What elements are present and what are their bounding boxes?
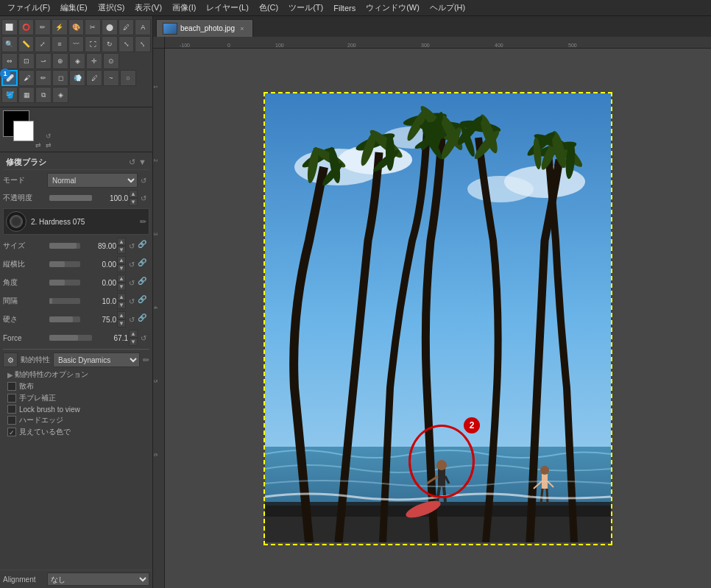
color-visible-checkbox[interactable]	[7, 428, 16, 436]
tool-unified-transform[interactable]: ⤻	[35, 53, 52, 69]
opacity-spinners[interactable]: ▲ ▼	[129, 190, 138, 206]
brush-edit-icon[interactable]: ✏	[140, 217, 146, 227]
panel-reset-icon[interactable]: ↺	[129, 157, 135, 167]
dynamics-edit-icon[interactable]: ✏	[143, 355, 149, 365]
tool-free-select[interactable]: ✏	[35, 19, 51, 35]
tool-perspective[interactable]: ⊡	[18, 53, 35, 69]
tool-scissors[interactable]: ✂	[85, 19, 101, 35]
tool-transform[interactable]: ⤢	[35, 36, 51, 52]
canvas-image[interactable]: 2	[263, 92, 612, 545]
tool-airbrush[interactable]: 💨	[69, 70, 85, 86]
tool-scale[interactable]: ⤡	[118, 36, 135, 52]
spacing-reset-icon[interactable]: ↺	[126, 295, 138, 307]
opacity-down[interactable]: ▼	[129, 198, 138, 206]
hardness-up[interactable]: ▲	[117, 311, 126, 319]
spacing-down[interactable]: ▼	[117, 301, 126, 309]
lock-checkbox[interactable]	[7, 405, 16, 414]
size-up[interactable]: ▲	[117, 238, 126, 246]
panel-menu-icon[interactable]: ▼	[138, 157, 146, 167]
tool-rect-select[interactable]: ⬜	[1, 19, 18, 35]
angle-reset-icon[interactable]: ↺	[126, 277, 138, 288]
tool-align[interactable]: ≡	[52, 36, 68, 52]
tool-fuzzy-select[interactable]: ⚡	[52, 19, 68, 35]
color-swatches[interactable]: ⇄	[3, 110, 41, 149]
menu-view[interactable]: 表示(V)	[130, 1, 166, 15]
aspect-down[interactable]: ▼	[117, 264, 126, 272]
menu-help[interactable]: ヘルプ(H)	[425, 1, 470, 15]
tool-foreground-select[interactable]: ⬤	[102, 19, 118, 35]
aspect-up[interactable]: ▲	[117, 256, 126, 264]
tool-dodge[interactable]: ○	[120, 70, 136, 86]
image-tab[interactable]: beach_photo.jpg ×	[156, 19, 253, 37]
tool-handle-transform[interactable]: ⊕	[52, 53, 68, 69]
tool-crop[interactable]: ⛶	[85, 36, 101, 52]
dynamics-expand-icon[interactable]: ▶	[7, 371, 13, 379]
opacity-up[interactable]: ▲	[129, 190, 138, 198]
tool-ellipse-select[interactable]: ⭕	[18, 19, 35, 35]
aspect-spinners[interactable]: ▲ ▼	[117, 256, 126, 272]
force-slider[interactable]	[49, 335, 92, 341]
menu-layer[interactable]: レイヤー(L)	[202, 1, 252, 15]
tool-eraser[interactable]: ◻	[52, 70, 68, 86]
opacity-slider[interactable]	[49, 195, 92, 201]
background-color[interactable]	[13, 121, 34, 141]
aspect-slider[interactable]	[49, 261, 80, 267]
hardness-reset-icon[interactable]: ↺	[126, 314, 138, 325]
size-spinners[interactable]: ▲ ▼	[117, 238, 126, 254]
reset-colors-icon[interactable]: ↺	[46, 132, 52, 140]
force-up[interactable]: ▲	[129, 330, 138, 338]
size-down[interactable]: ▼	[117, 246, 126, 254]
tool-heal[interactable]: 1 🩹	[1, 70, 18, 86]
tool-move[interactable]: ✛	[86, 53, 102, 69]
opacity-reset-icon[interactable]: ↺	[138, 192, 149, 204]
force-down[interactable]: ▼	[129, 338, 138, 346]
spacing-up[interactable]: ▲	[117, 293, 126, 301]
tool-paint[interactable]: 🖌	[18, 70, 35, 86]
tool-pencil[interactable]: ✏	[35, 70, 52, 86]
mode-select[interactable]: Normal	[47, 173, 138, 188]
alignment-select[interactable]: なし	[47, 573, 149, 586]
tool-measure[interactable]: 📏	[18, 36, 35, 52]
menu-tools[interactable]: ツール(T)	[284, 1, 328, 15]
spacing-slider[interactable]	[49, 298, 80, 304]
tool-text[interactable]: A	[135, 19, 151, 35]
tool-flip[interactable]: ⇔	[1, 53, 18, 69]
hardness-slider[interactable]	[49, 316, 80, 322]
tab-close-icon[interactable]: ×	[238, 24, 247, 33]
tool-shear[interactable]: ⤣	[135, 36, 151, 52]
menu-color[interactable]: 色(C)	[255, 1, 283, 15]
angle-down[interactable]: ▼	[117, 283, 126, 291]
spacing-link-icon[interactable]: 🔗	[138, 295, 149, 307]
menu-edit[interactable]: 編集(E)	[56, 1, 92, 15]
aspect-reset-icon[interactable]: ↺	[126, 258, 138, 270]
hardness-down[interactable]: ▼	[117, 319, 126, 327]
menu-image[interactable]: 画像(I)	[168, 1, 200, 15]
brush-row[interactable]: 2. Hardness 075 ✏	[3, 208, 149, 235]
menu-file[interactable]: ファイル(F)	[3, 1, 54, 15]
tool-gradient[interactable]: ▦	[18, 87, 35, 103]
mode-reset-icon[interactable]: ↺	[138, 174, 149, 186]
swap-colors-icon[interactable]: ⇄	[35, 141, 41, 149]
spacing-spinners[interactable]: ▲ ▼	[117, 293, 126, 309]
tool-paths[interactable]: 🖊	[118, 19, 135, 35]
angle-link-icon[interactable]: 🔗	[138, 277, 149, 288]
tool-smudge[interactable]: ~	[103, 70, 119, 86]
menu-select[interactable]: 選択(S)	[93, 1, 130, 15]
tool-zoom[interactable]: 🔍	[1, 36, 18, 52]
menu-window[interactable]: ウィンドウ(W)	[361, 1, 424, 15]
hard-edge-checkbox[interactable]	[7, 416, 16, 425]
force-spinners[interactable]: ▲ ▼	[129, 330, 138, 346]
tool-rotate[interactable]: ↻	[102, 36, 118, 52]
swap-fg-bg-icon[interactable]: ⇄	[46, 141, 52, 149]
angle-spinners[interactable]: ▲ ▼	[117, 274, 126, 291]
size-slider[interactable]	[49, 243, 80, 249]
jitter-checkbox[interactable]	[7, 394, 16, 403]
size-reset-icon[interactable]: ↺	[126, 240, 138, 252]
tool-warp[interactable]: 〰	[68, 36, 85, 52]
size-link-icon[interactable]: 🔗	[138, 240, 149, 252]
tool-bucket-fill[interactable]: 🪣	[1, 87, 18, 103]
hardness-spinners[interactable]: ▲ ▼	[117, 311, 126, 327]
tool-select-by-color[interactable]: 🎨	[68, 19, 85, 35]
scatter-checkbox[interactable]	[7, 382, 16, 391]
tool-ink[interactable]: 🖊	[86, 70, 102, 86]
